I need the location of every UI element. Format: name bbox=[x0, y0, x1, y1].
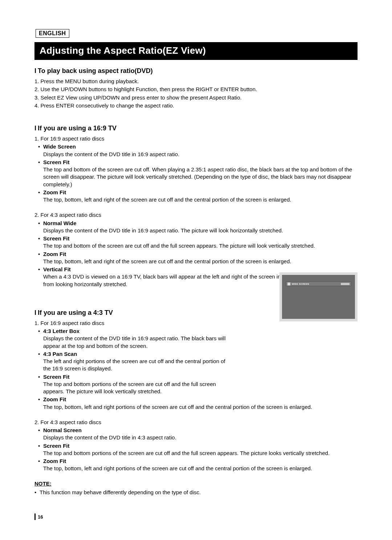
bullet-group: •Wide Screen Displays the content of the… bbox=[34, 143, 358, 203]
option-title: Screen Fit bbox=[43, 373, 70, 381]
option-title: Screen Fit bbox=[43, 442, 70, 450]
osd-bar: WIDE SCREEN bbox=[286, 281, 351, 286]
manual-page: ENGLISH Adjusting the Aspect Ratio(EZ Vi… bbox=[0, 0, 392, 540]
option-title: 4:3 Pan Scan bbox=[43, 350, 77, 358]
option-title: Zoom Fit bbox=[43, 396, 66, 403]
list-item: 2.For 4:3 aspect ratio discs bbox=[34, 419, 358, 426]
tv-illustration: WIDE SCREEN bbox=[279, 272, 358, 321]
list-item: 2.For 4:3 aspect ratio discs bbox=[34, 211, 358, 219]
option-desc: Displays the content of the DVD title in… bbox=[38, 151, 358, 158]
heading-text: To play back using aspect ratio(DVD) bbox=[38, 67, 153, 75]
heading-text: If you are using a 16:9 TV bbox=[38, 125, 117, 132]
heading-marker-icon: I bbox=[34, 67, 36, 75]
option-title: Zoom Fit bbox=[43, 458, 66, 465]
bullet-group: •Normal Screen Displays the content of t… bbox=[34, 427, 358, 472]
option-title: Zoom Fit bbox=[43, 251, 66, 258]
option-title: Screen Fit bbox=[43, 159, 70, 166]
option-desc: The top, bottom, left and right of the s… bbox=[38, 258, 358, 265]
option-desc: The top and bottom portions of the scree… bbox=[38, 381, 234, 395]
option-title: Vertical Fit bbox=[43, 266, 71, 273]
option-desc: The top, bottom, left and right portions… bbox=[38, 403, 358, 411]
heading-text: If you are using a 4:3 TV bbox=[38, 309, 113, 317]
option-title: Normal Screen bbox=[43, 427, 82, 434]
list-item: 2.Use the UP/DOWN buttons to highlight F… bbox=[34, 86, 358, 93]
option-desc: Displays the content of the DVD title in… bbox=[38, 434, 358, 441]
option-desc: The left and right portions of the scree… bbox=[38, 358, 234, 373]
option-title: Zoom Fit bbox=[43, 189, 66, 196]
option-desc: The top and bottom of the screen are cut… bbox=[38, 166, 358, 188]
list-item: 1.Press the MENU button during playback. bbox=[34, 78, 358, 85]
list-item: 1.For 16:9 aspect ratio discs bbox=[34, 135, 358, 142]
option-desc: The top and bottom portions of the scree… bbox=[38, 450, 358, 457]
osd-mode-icon bbox=[287, 283, 290, 285]
option-desc: Displays the content of the DVD title in… bbox=[38, 227, 358, 234]
language-badge: ENGLISH bbox=[36, 29, 69, 38]
playback-steps: 1.Press the MENU button during playback.… bbox=[34, 78, 358, 109]
page-number-rule-icon bbox=[34, 513, 36, 520]
option-title: 4:3 Letter Box bbox=[43, 328, 79, 335]
note-text: •This function may behave differently de… bbox=[34, 489, 358, 496]
option-title: Normal Wide bbox=[43, 220, 77, 227]
page-number: 16 bbox=[34, 513, 43, 520]
list-item: 3.Select EZ View using UP/DOWN and press… bbox=[34, 94, 358, 101]
section-heading-playback: I To play back using aspect ratio(DVD) bbox=[34, 67, 358, 75]
option-desc: The top, bottom, left and right portions… bbox=[38, 465, 358, 472]
list-item: 4.Press ENTER consecutively to change th… bbox=[34, 102, 358, 109]
heading-marker-icon: I bbox=[34, 125, 36, 132]
osd-indicator-icon bbox=[341, 283, 350, 285]
heading-marker-icon: I bbox=[34, 309, 36, 317]
option-desc: Displays the content of the DVD title in… bbox=[38, 335, 234, 350]
section-heading-16-9: I If you are using a 16:9 TV bbox=[34, 125, 358, 132]
bullet-group: •4:3 Letter Box Displays the content of … bbox=[34, 328, 358, 411]
option-title: Wide Screen bbox=[43, 143, 76, 150]
page-title: Adjusting the Aspect Ratio(EZ View) bbox=[34, 42, 358, 60]
option-desc: The top, bottom, left and right of the s… bbox=[38, 196, 358, 203]
option-title: Screen Fit bbox=[43, 235, 70, 242]
note-heading: NOTE: bbox=[34, 480, 358, 487]
option-desc: The top and bottom of the screen are cut… bbox=[38, 242, 358, 249]
osd-label: WIDE SCREEN bbox=[292, 283, 309, 285]
